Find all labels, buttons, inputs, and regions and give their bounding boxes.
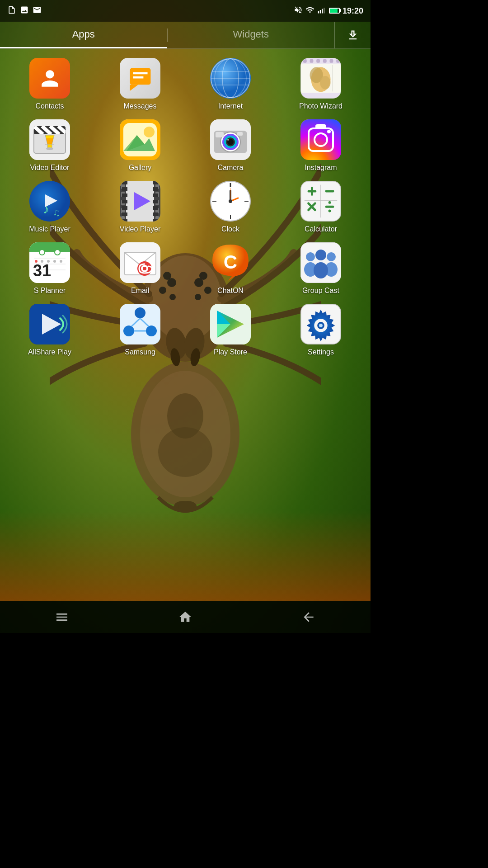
app-music-player[interactable]: ♪ ♫ Music Player <box>5 181 95 233</box>
file-icon <box>7 5 16 16</box>
nav-home-button[interactable] <box>172 604 199 631</box>
svg-rect-38 <box>303 59 307 63</box>
svg-rect-113 <box>325 206 334 208</box>
svg-point-143 <box>315 250 326 260</box>
svg-point-129 <box>47 260 50 263</box>
svg-rect-110 <box>325 190 334 193</box>
app-s-planner-label: S Planner <box>34 287 66 295</box>
app-group-cast[interactable]: Group Cast <box>276 242 366 295</box>
svg-rect-21 <box>320 10 321 14</box>
app-calculator-label: Calculator <box>305 225 337 233</box>
svg-rect-42 <box>330 59 333 63</box>
download-tab-button[interactable] <box>334 22 371 48</box>
svg-rect-93 <box>155 192 159 197</box>
signal-icon <box>317 5 326 17</box>
app-instagram-label: Instagram <box>305 164 337 172</box>
svg-point-130 <box>53 260 56 263</box>
svg-rect-84 <box>120 181 126 222</box>
tab-bar: Apps Widgets <box>0 22 371 49</box>
app-messages-label: Messages <box>124 102 157 110</box>
svg-point-114 <box>328 201 331 204</box>
svg-point-78 <box>327 130 331 133</box>
status-left-icons <box>7 5 42 16</box>
app-chaton[interactable]: C ChatON <box>185 242 276 295</box>
app-gallery-label: Gallery <box>129 164 152 172</box>
app-gallery[interactable]: Gallery <box>95 119 185 172</box>
app-video-editor-label: Video Editor <box>30 164 70 172</box>
app-play-store-label: Play Store <box>214 348 247 356</box>
gmail-icon <box>33 5 42 16</box>
app-internet[interactable]: Internet <box>185 58 276 110</box>
app-clock[interactable]: Clock <box>185 181 276 233</box>
mute-icon <box>294 5 303 17</box>
app-camera[interactable]: Camera <box>185 119 276 172</box>
app-music-player-label: Music Player <box>29 225 70 233</box>
app-photo-wizard-label: Photo Wizard <box>299 102 343 110</box>
svg-rect-73 <box>237 132 243 136</box>
svg-point-106 <box>229 199 232 203</box>
svg-point-58 <box>46 147 53 150</box>
svg-rect-109 <box>311 187 313 196</box>
svg-rect-92 <box>155 184 159 189</box>
svg-point-121 <box>39 250 45 255</box>
svg-point-150 <box>146 326 157 336</box>
svg-rect-40 <box>316 59 320 63</box>
app-settings[interactable]: Settings <box>276 304 366 356</box>
app-contacts[interactable]: Contacts <box>5 58 95 110</box>
status-bar: 19:20 <box>0 0 371 22</box>
svg-point-72 <box>227 139 229 141</box>
app-internet-label: Internet <box>218 102 243 110</box>
svg-rect-22 <box>322 9 323 13</box>
nav-menu-button[interactable] <box>48 604 75 631</box>
svg-point-148 <box>135 307 145 318</box>
svg-point-122 <box>55 250 60 255</box>
svg-point-115 <box>328 210 331 212</box>
app-email-label: Email <box>131 287 149 295</box>
battery-icon <box>329 6 340 16</box>
app-email[interactable]: Email <box>95 242 185 295</box>
app-group-cast-label: Group Cast <box>302 287 339 295</box>
app-play-store[interactable]: Play Store <box>185 304 276 356</box>
svg-point-131 <box>60 260 62 263</box>
app-photo-wizard[interactable]: Photo Wizard <box>276 58 366 110</box>
svg-rect-91 <box>154 181 160 222</box>
app-video-player[interactable]: Video Player <box>95 181 185 233</box>
app-camera-label: Camera <box>218 164 244 172</box>
app-instagram[interactable]: Instagram <box>276 119 366 172</box>
svg-text:31: 31 <box>33 261 51 280</box>
app-video-editor[interactable]: Video Editor <box>5 119 95 172</box>
wifi-icon <box>305 5 314 17</box>
svg-text:C: C <box>224 251 237 273</box>
svg-rect-74 <box>216 132 224 137</box>
app-s-planner[interactable]: 31 S Planner <box>5 242 95 295</box>
tab-apps[interactable]: Apps <box>0 22 167 48</box>
svg-text:♪: ♪ <box>43 202 49 216</box>
svg-point-136 <box>143 267 146 270</box>
app-allshare-play-label: AllShare Play <box>28 348 71 356</box>
app-samsung-label: Samsung <box>125 348 155 356</box>
svg-point-149 <box>123 326 134 336</box>
svg-rect-120 <box>29 247 70 252</box>
app-video-player-label: Video Player <box>120 225 160 233</box>
svg-point-163 <box>319 324 323 327</box>
app-calculator[interactable]: Calculator <box>276 181 366 233</box>
svg-rect-86 <box>121 184 125 189</box>
bottom-gradient <box>0 511 371 601</box>
svg-point-3 <box>158 427 212 477</box>
svg-rect-43 <box>336 59 340 63</box>
time-display: 19:20 <box>343 6 363 16</box>
image-icon <box>20 5 29 16</box>
app-samsung[interactable]: Samsung <box>95 304 185 356</box>
status-right-icons: 19:20 <box>294 5 363 17</box>
svg-marker-25 <box>130 85 138 91</box>
nav-bar <box>0 601 371 633</box>
nav-back-button[interactable] <box>295 604 322 631</box>
svg-rect-90 <box>121 216 125 222</box>
app-allshare-play[interactable]: AllShare Play <box>5 304 95 356</box>
tab-widgets[interactable]: Widgets <box>168 22 335 48</box>
svg-rect-37 <box>301 93 341 98</box>
svg-point-128 <box>41 260 43 263</box>
app-chaton-label: ChatON <box>217 287 244 295</box>
svg-rect-94 <box>155 200 159 205</box>
app-messages[interactable]: Messages <box>95 58 185 110</box>
